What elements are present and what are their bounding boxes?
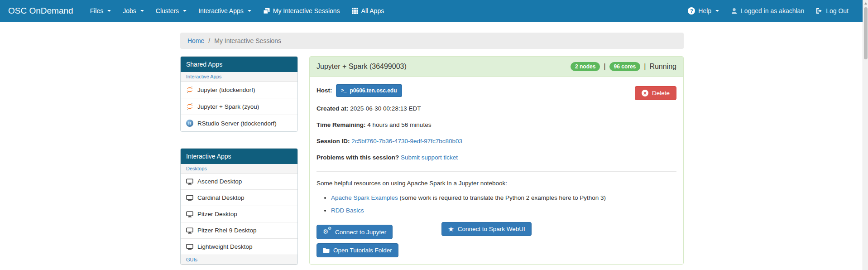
nav-my-interactive-sessions[interactable]: My Interactive Sessions [257, 0, 346, 22]
breadcrumb: Home / My Interactive Sessions [180, 33, 684, 49]
shared-apps-panel: Shared Apps Interactive Apps Jupyter (td… [180, 56, 298, 132]
sidebar-item-label: Pitzer Rhel 9 Desktop [197, 227, 257, 234]
sidebar-item-label: RStudio Server (tdockendorf) [197, 120, 277, 127]
nav-menu-jobs-label: Jobs [123, 7, 136, 14]
nav-help[interactable]: ? Help [682, 0, 725, 22]
nav-logged-in-user-label: Logged in as akachlan [741, 7, 804, 14]
host-button[interactable]: >_ p0606.ten.osc.edu [336, 84, 402, 97]
section-label-desktops: Desktops [181, 164, 297, 174]
monitor-icon [186, 195, 193, 201]
actions-row-1: ⚙ ⚙ Connect to Jupyter ★ Connect to Spar… [317, 225, 676, 239]
created-at-value: 2025-06-30 00:28:13 EDT [350, 105, 421, 112]
session-id-link[interactable]: 2c5bf760-7b36-4730-9edf-97fc7bc80b03 [351, 138, 462, 145]
nav-menu-clusters[interactable]: Clusters [150, 0, 192, 22]
meta-separator: | [644, 63, 646, 71]
nav-log-out[interactable]: Log Out [810, 0, 854, 22]
session-card: Jupyter + Spark (36499003) 2 nodes | 96 … [309, 56, 684, 265]
sidebar-item-jupyter-spark-zyou[interactable]: Jupyter + Spark (zyou) [181, 98, 297, 115]
host-row: Host: >_ p0606.ten.osc.edu [317, 84, 676, 97]
sidebar-item-cardinal-desktop[interactable]: Cardinal Desktop [181, 190, 297, 206]
session-actions: ⚙ ⚙ Connect to Jupyter ★ Connect to Spar… [317, 225, 676, 257]
question-circle-icon: ? [688, 7, 695, 14]
shared-apps-panel-title: Shared Apps [181, 57, 297, 72]
scrollbar-thumb[interactable] [864, 7, 868, 59]
interactive-apps-panel: Interactive Apps Desktops Ascend Desktop [180, 148, 298, 265]
nav-menu-jobs[interactable]: Jobs [117, 0, 150, 22]
cogs-icon: ⚙ ⚙ [323, 228, 331, 236]
top-navbar: OSC OnDemand Files Jobs Clusters Interac… [0, 0, 868, 22]
time-remaining-value: 4 hours and 56 minutes [367, 121, 431, 128]
sidebar-item-lightweight-desktop[interactable]: Lightweight Desktop [181, 239, 297, 255]
vertical-scrollbar[interactable] [863, 0, 868, 270]
grid-icon [352, 8, 358, 14]
nav-logged-in-user: Logged in as akachlan [725, 0, 810, 22]
gear-icon: ⚙ [328, 227, 331, 231]
nav-all-apps[interactable]: All Apps [346, 0, 390, 22]
status-badge: Running [649, 63, 676, 71]
list-item: RDD Basics [331, 206, 676, 215]
chevron-down-icon [183, 10, 187, 12]
breadcrumb-separator: / [208, 37, 210, 44]
brand-link[interactable]: OSC OnDemand [8, 6, 73, 16]
section-label-interactive-apps: Interactive Apps [181, 72, 297, 82]
jupyter-icon [186, 86, 193, 93]
connect-to-jupyter-button[interactable]: ⚙ ⚙ Connect to Jupyter [317, 225, 393, 239]
page-container: Home / My Interactive Sessions Shared Ap… [180, 33, 684, 270]
time-remaining-label: Time Remaining: [317, 121, 366, 128]
nav-help-label: Help [698, 7, 711, 14]
sidebar-item-pitzer-desktop[interactable]: Pitzer Desktop [181, 206, 297, 222]
jupyter-icon [186, 103, 193, 110]
sidebar-item-ascend-desktop[interactable]: Ascend Desktop [181, 174, 297, 190]
times-circle-icon: × [642, 90, 648, 96]
delete-button-label: Delete [652, 90, 670, 96]
breadcrumb-current: My Interactive Sessions [214, 37, 281, 44]
delete-button[interactable]: × Delete [635, 86, 676, 100]
interactive-apps-panel-title: Interactive Apps [181, 149, 297, 164]
sidebar-item-label: Jupyter (tdockendorf) [197, 87, 255, 93]
section-label-guis: GUIs [181, 255, 297, 265]
time-remaining-row: Time Remaining: 4 hours and 56 minutes [317, 121, 676, 130]
chevron-down-icon [715, 10, 719, 12]
sign-out-icon [816, 8, 823, 14]
monitor-icon [186, 227, 193, 234]
navbar-right: ? Help Logged in as akachlan Log Out [682, 0, 854, 22]
sidebar-item-label: Cardinal Desktop [197, 194, 245, 201]
nav-menu-clusters-label: Clusters [156, 7, 179, 14]
divider [317, 171, 676, 172]
open-tutorials-folder-label: Open Tutorials Folder [333, 247, 392, 254]
nodes-badge: 2 nodes [571, 62, 600, 71]
sidebar-item-label: Pitzer Desktop [197, 211, 237, 217]
open-tutorials-folder-button[interactable]: Open Tutorials Folder [317, 243, 398, 257]
sidebar-item-label: Ascend Desktop [197, 178, 242, 185]
support-ticket-link[interactable]: Submit support ticket [401, 154, 458, 161]
scroll-up-arrow-icon[interactable] [864, 2, 867, 5]
created-at-label: Created at: [317, 105, 349, 112]
connect-to-spark-webui-label: Connect to Spark WebUI [458, 226, 525, 232]
rdd-basics-link[interactable]: RDD Basics [331, 207, 364, 214]
chevron-down-icon [107, 10, 111, 12]
terminal-icon: >_ [341, 86, 346, 95]
meta-separator: | [604, 63, 605, 71]
session-meta: 2 nodes | 96 cores | Running [571, 62, 676, 71]
sidebar: Shared Apps Interactive Apps Jupyter (td… [180, 56, 298, 270]
nav-all-apps-label: All Apps [361, 7, 384, 14]
monitor-icon [186, 178, 193, 185]
connect-to-jupyter-label: Connect to Jupyter [335, 229, 386, 236]
sidebar-item-rstudio-tdockendorf[interactable]: R RStudio Server (tdockendorf) [181, 115, 297, 131]
breadcrumb-home-link[interactable]: Home [187, 37, 204, 44]
nav-menu-interactive-apps-label: Interactive Apps [198, 7, 244, 14]
host-label: Host: [317, 87, 332, 94]
sidebar-item-pitzer-rhel9-desktop[interactable]: Pitzer Rhel 9 Desktop [181, 222, 297, 239]
apache-spark-examples-link[interactable]: Apache Spark Examples [331, 194, 398, 201]
chevron-down-icon [140, 10, 144, 12]
connect-to-spark-webui-button[interactable]: ★ Connect to Spark WebUI [441, 222, 532, 236]
nav-log-out-label: Log Out [826, 7, 849, 14]
problems-label: Problems with this session? [317, 154, 399, 161]
rstudio-icon: R [186, 120, 193, 127]
nav-menu-files[interactable]: Files [84, 0, 117, 22]
sidebar-item-jupyter-tdockendorf[interactable]: Jupyter (tdockendorf) [181, 82, 297, 98]
nav-menu-interactive-apps[interactable]: Interactive Apps [192, 0, 257, 22]
resource-suffix: (some work is required to translate the … [398, 194, 606, 201]
nav-menu-files-label: Files [90, 7, 104, 14]
chevron-down-icon [248, 10, 251, 12]
